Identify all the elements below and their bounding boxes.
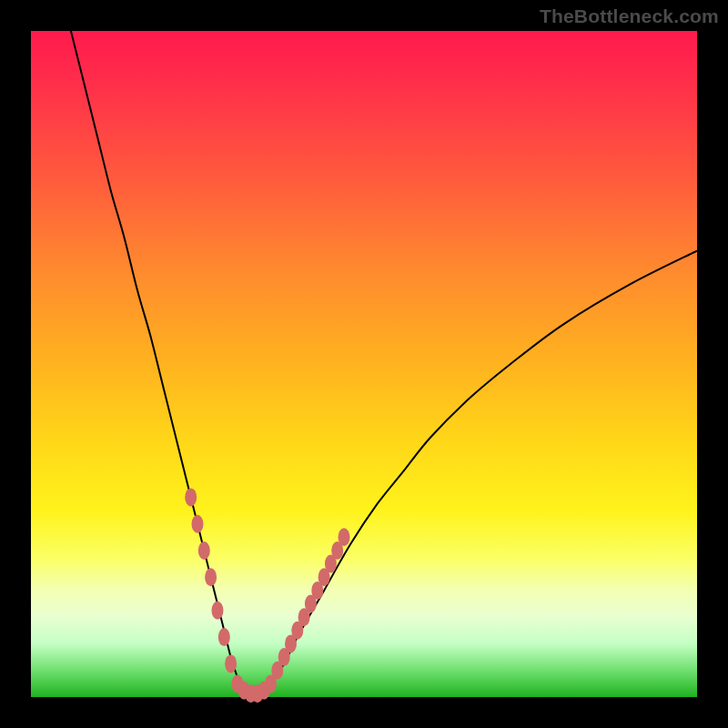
plot-area [31, 31, 697, 697]
highlight-marker [205, 568, 217, 586]
highlight-marker [185, 488, 197, 506]
bottleneck-curve [71, 31, 697, 697]
highlight-marker [198, 541, 210, 560]
highlight-marker [225, 654, 237, 672]
highlight-marker [218, 628, 230, 646]
highlight-marker [212, 602, 224, 620]
chart-frame: TheBottleneck.com [0, 0, 728, 728]
highlight-marker [339, 528, 350, 546]
highlight-marker [192, 515, 204, 533]
watermark-text: TheBottleneck.com [540, 5, 719, 27]
chart-svg [31, 31, 697, 697]
highlight-markers [185, 488, 349, 703]
